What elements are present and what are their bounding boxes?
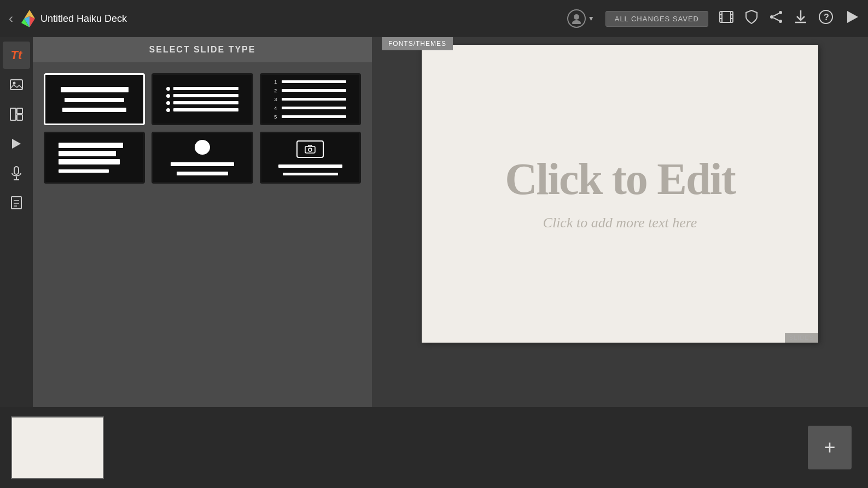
slide-type-image-text[interactable] — [260, 132, 361, 184]
sidebar-item-video[interactable] — [3, 130, 30, 157]
sidebar-item-image[interactable] — [3, 71, 30, 98]
bottom-area: + — [0, 407, 868, 488]
svg-point-14 — [779, 11, 782, 14]
main-content: Tt — [0, 37, 868, 407]
user-area: ▼ — [567, 9, 595, 28]
svg-point-4 — [574, 14, 579, 20]
slide-type-bullets[interactable] — [152, 73, 253, 125]
sidebar-item-notes[interactable] — [3, 189, 30, 216]
svg-point-24 — [13, 82, 16, 85]
svg-marker-22 — [847, 11, 858, 23]
svg-rect-36 — [305, 146, 315, 153]
user-dropdown-arrow[interactable]: ▼ — [588, 15, 595, 22]
svg-rect-27 — [17, 115, 22, 120]
deck-title[interactable]: Untitled Haiku Deck — [40, 13, 567, 25]
svg-text:?: ? — [824, 13, 829, 22]
slide-type-big-text[interactable] — [44, 132, 145, 184]
slides-label: SLIDES — [785, 333, 818, 343]
slide-type-title-preview — [45, 75, 143, 124]
text-tool-icon: Tt — [11, 48, 22, 62]
sidebar-item-text[interactable]: Tt — [3, 42, 30, 69]
svg-point-15 — [779, 20, 782, 23]
svg-point-5 — [572, 20, 581, 24]
slide-type-big-text-preview — [45, 133, 143, 182]
slide-type-bullets-preview — [153, 75, 251, 124]
topbar: ‹ Untitled Haiku Deck ▼ ALL CHANGES SAVE… — [0, 0, 868, 37]
sidebar-item-audio[interactable] — [3, 160, 30, 187]
slide-types-grid: 1 2 3 4 5 — [33, 62, 372, 195]
download-icon[interactable] — [795, 10, 807, 27]
shield-icon[interactable] — [745, 10, 758, 27]
svg-line-17 — [773, 18, 779, 21]
top-icons: ? — [719, 10, 859, 27]
layout-icon — [9, 107, 24, 121]
film-icon[interactable] — [719, 11, 733, 26]
slide-type-panel: SELECT SLIDE TYPE — [33, 37, 372, 407]
notes-icon — [10, 196, 22, 210]
svg-marker-28 — [12, 139, 21, 149]
sidebar: Tt — [0, 37, 33, 407]
play-button[interactable] — [845, 10, 859, 27]
camera-icon — [296, 140, 324, 158]
slide-canvas[interactable]: Click to Edit Click to add more text her… — [422, 45, 818, 343]
svg-point-37 — [308, 148, 312, 151]
slide-sub-text[interactable]: Click to add more text here — [543, 215, 697, 231]
microphone-icon — [10, 166, 23, 180]
slide-type-presenter[interactable] — [152, 132, 253, 184]
svg-rect-26 — [17, 108, 22, 114]
help-icon[interactable]: ? — [819, 10, 833, 27]
slide-thumbnail[interactable] — [11, 416, 104, 479]
slide-preview-area: FONTS/THEMES Click to Edit Click to add … — [372, 37, 868, 407]
back-button[interactable]: ‹ — [9, 11, 13, 26]
user-icon[interactable] — [567, 9, 586, 28]
svg-line-16 — [773, 14, 779, 16]
slide-type-presenter-preview — [153, 133, 251, 182]
svg-rect-29 — [14, 167, 19, 174]
svg-point-13 — [770, 15, 773, 19]
fonts-themes-tab[interactable]: FONTS/THEMES — [382, 37, 453, 50]
slide-main-text[interactable]: Click to Edit — [505, 157, 735, 202]
sidebar-item-layout[interactable] — [3, 101, 30, 128]
svg-rect-23 — [10, 80, 22, 90]
slide-type-image-text-preview — [261, 133, 359, 182]
slide-type-numbered-preview: 1 2 3 4 5 — [261, 75, 359, 124]
panel-header: SELECT SLIDE TYPE — [33, 37, 372, 62]
add-slide-button[interactable]: + — [808, 426, 852, 469]
slide-type-title[interactable] — [44, 73, 145, 125]
save-status-badge: ALL CHANGES SAVED — [605, 11, 708, 27]
plus-icon: + — [824, 436, 835, 459]
logo-icon — [19, 8, 40, 30]
image-icon — [9, 78, 24, 92]
svg-rect-25 — [10, 108, 16, 120]
user-avatar-icon — [571, 13, 582, 24]
svg-rect-32 — [11, 197, 21, 209]
share-icon[interactable] — [770, 11, 783, 26]
slide-type-numbered[interactable]: 1 2 3 4 5 — [260, 73, 361, 125]
video-icon — [9, 137, 24, 151]
